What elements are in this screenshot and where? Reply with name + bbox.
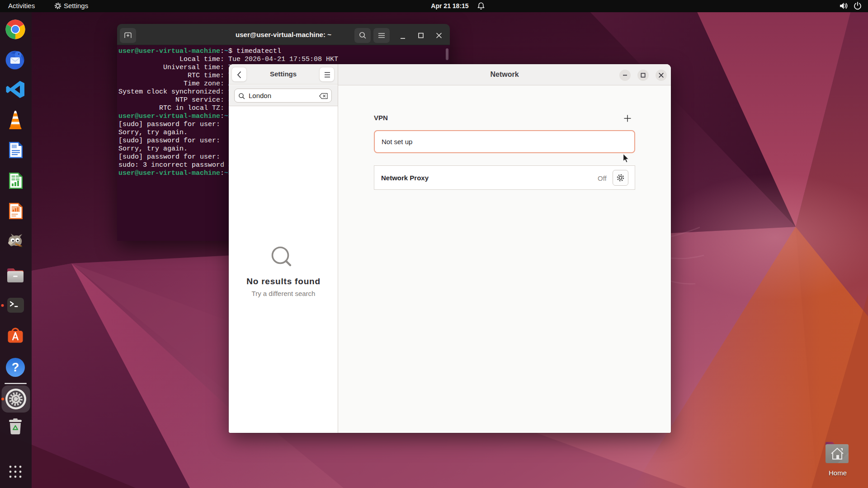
- svg-text:?: ?: [12, 361, 19, 374]
